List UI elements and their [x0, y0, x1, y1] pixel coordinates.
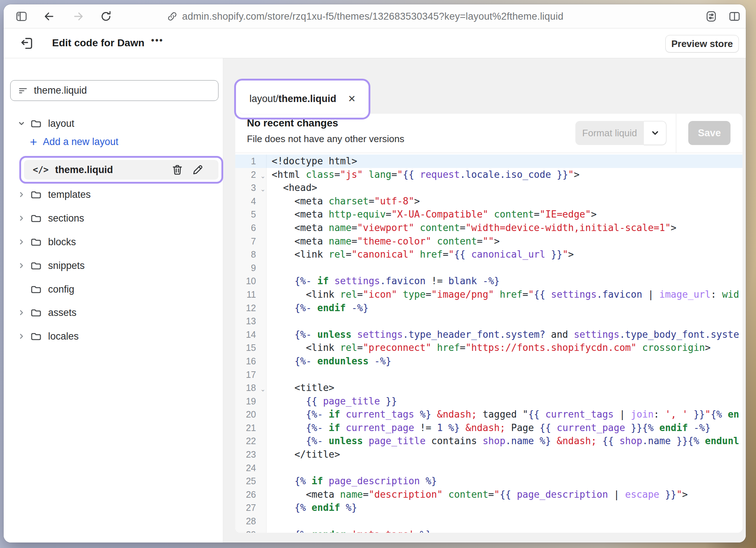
- code-line[interactable]: 26 <meta name="description" content="{{ …: [235, 488, 743, 501]
- code-line[interactable]: 13: [235, 314, 743, 328]
- code-line[interactable]: 17: [235, 368, 743, 381]
- code-text: <meta name="description" content="{{ pag…: [267, 488, 688, 501]
- file-search-input[interactable]: theme.liquid: [10, 80, 218, 101]
- tab-layout-theme-liquid[interactable]: layout/theme.liquid ✕: [239, 83, 365, 114]
- format-liquid-button[interactable]: Format liquid: [575, 121, 666, 145]
- page-title: Edit code for Dawn: [52, 37, 145, 49]
- line-number: 28: [235, 514, 267, 528]
- code-line[interactable]: 24: [235, 461, 743, 475]
- code-line[interactable]: 20 {%- if current_tags %} &ndash; tagged…: [235, 408, 743, 421]
- code-line[interactable]: 16 {%- endunless -%}: [235, 355, 743, 368]
- code-text: {%- endif -%}: [267, 301, 369, 315]
- code-line[interactable]: 27 {% endif %}: [235, 501, 743, 514]
- app-header: Edit code for Dawn ••• Preview store: [4, 28, 746, 58]
- folder-icon: [31, 284, 42, 295]
- code-text: [267, 261, 272, 275]
- chevron-right-icon: [17, 332, 25, 340]
- line-number: 23: [235, 448, 267, 461]
- line-number: 8: [235, 248, 267, 261]
- line-number: 9: [235, 261, 267, 275]
- close-tab-icon[interactable]: ✕: [348, 93, 356, 105]
- code-lines[interactable]: 1<!doctype html>2⌄<html class="js" lang=…: [235, 153, 743, 533]
- line-number: 22: [235, 434, 267, 448]
- browser-toolbar: admin.shopify.com/store/rzq1xu-f5/themes…: [4, 4, 746, 28]
- code-text: <title>: [267, 381, 334, 395]
- code-text: </title>: [267, 448, 340, 461]
- code-line[interactable]: 6 <meta name="viewport" content="width=d…: [235, 221, 743, 235]
- code-line[interactable]: 10 {%- if settings.favicon != blank -%}: [235, 274, 743, 288]
- code-line[interactable]: 9: [235, 261, 743, 275]
- code-line[interactable]: 25 {% if page_description %}: [235, 474, 743, 488]
- code-line[interactable]: 3⌄ <head>: [235, 181, 743, 195]
- line-number: 11: [235, 288, 267, 301]
- chevron-down-icon: [650, 128, 660, 138]
- line-number: 16: [235, 355, 267, 368]
- line-number: 6: [235, 221, 267, 235]
- code-text: <meta name="viewport" content="width=dev…: [267, 221, 676, 235]
- search-value: theme.liquid: [34, 85, 87, 96]
- split-view-icon[interactable]: [728, 9, 741, 23]
- code-text: {%- if current_tags %} &ndash; tagged "{…: [267, 408, 739, 421]
- sidebar-item-assets[interactable]: assets: [4, 304, 223, 321]
- save-button[interactable]: Save: [688, 121, 731, 145]
- line-number: 24: [235, 461, 267, 475]
- format-options-dropdown[interactable]: [644, 121, 666, 145]
- line-number: 14: [235, 328, 267, 341]
- line-number: 21: [235, 421, 267, 435]
- back-button[interactable]: [42, 9, 56, 23]
- sidebar-item-snippets[interactable]: snippets: [4, 257, 223, 274]
- code-line[interactable]: 22 {%- unless page_title contains shop.n…: [235, 434, 743, 448]
- code-line[interactable]: 28: [235, 514, 743, 528]
- address-bar[interactable]: admin.shopify.com/store/rzq1xu-f5/themes…: [167, 4, 563, 28]
- page-settings-icon[interactable]: [704, 9, 718, 23]
- code-text: {% if page_description %}: [267, 474, 437, 488]
- line-number: 1: [235, 154, 267, 168]
- code-line[interactable]: 12 {%- endif -%}: [235, 301, 743, 315]
- code-line[interactable]: 2⌄<html class="js" lang="{{ request.loca…: [235, 168, 743, 181]
- sidebar-item-locales[interactable]: locales: [4, 328, 223, 345]
- code-line[interactable]: 8 <link rel="canonical" href="{{ canonic…: [235, 248, 743, 261]
- code-line[interactable]: 29 {% render 'meta-tags' %}: [235, 528, 743, 533]
- code-line[interactable]: 1<!doctype html>: [235, 154, 743, 168]
- forward-button[interactable]: [71, 9, 85, 23]
- code-line[interactable]: 11 <link rel="icon" type="image/png" hre…: [235, 288, 743, 301]
- add-new-layout-button[interactable]: + Add a new layout: [4, 136, 118, 148]
- code-line[interactable]: 21 {%- if current_page != 1 %} &ndash; P…: [235, 421, 743, 435]
- line-number: 10: [235, 274, 267, 288]
- more-actions-button[interactable]: •••: [151, 35, 164, 45]
- exit-code-editor-button[interactable]: [20, 36, 35, 51]
- code-line[interactable]: 18⌄ <title>: [235, 381, 743, 395]
- folder-icon: [31, 189, 42, 200]
- sidebar-item-sections[interactable]: sections: [4, 210, 223, 227]
- code-line[interactable]: 7 <meta name="theme-color" content="">: [235, 235, 743, 248]
- line-number: 25: [235, 474, 267, 488]
- plus-icon: +: [30, 136, 37, 148]
- rename-file-button[interactable]: [192, 164, 204, 176]
- delete-file-button[interactable]: [171, 164, 184, 176]
- reload-button[interactable]: [99, 9, 113, 23]
- sidebar-item-theme-liquid[interactable]: </> theme.liquid: [24, 160, 218, 180]
- url-text: admin.shopify.com/store/rzq1xu-f5/themes…: [182, 11, 563, 22]
- sidebar-item-blocks[interactable]: blocks: [4, 233, 223, 251]
- code-text: <meta name="theme-color" content="">: [267, 235, 500, 248]
- annotation-highlight: layout/theme.liquid ✕: [234, 79, 370, 120]
- preview-store-button[interactable]: Preview store: [665, 35, 739, 52]
- folder-icon: [31, 307, 42, 318]
- code-line[interactable]: 19 {{ page_title }}: [235, 395, 743, 408]
- line-number: 5: [235, 208, 267, 221]
- code-editor-panel: No recent changes File does not have any…: [235, 114, 743, 533]
- sidebar-toggle-icon[interactable]: [15, 9, 28, 23]
- line-number: 18⌄: [235, 381, 267, 395]
- code-text: <link rel="icon" type="image/png" href="…: [267, 288, 739, 301]
- line-number: 17: [235, 368, 267, 381]
- line-number: 26: [235, 488, 267, 501]
- code-line[interactable]: 23 </title>: [235, 448, 743, 461]
- sidebar-item-config[interactable]: config: [4, 281, 223, 298]
- sidebar-item-layout[interactable]: layout: [4, 115, 223, 132]
- code-line[interactable]: 15 <link rel="preconnect" href="https://…: [235, 341, 743, 355]
- code-line[interactable]: 14 {%- unless settings.type_header_font.…: [235, 328, 743, 341]
- sidebar-item-templates[interactable]: templates: [4, 186, 223, 203]
- code-line[interactable]: 5 <meta http-equiv="X-UA-Compatible" con…: [235, 208, 743, 221]
- code-line[interactable]: 4 <meta charset="utf-8">: [235, 195, 743, 208]
- line-number: 13: [235, 314, 267, 328]
